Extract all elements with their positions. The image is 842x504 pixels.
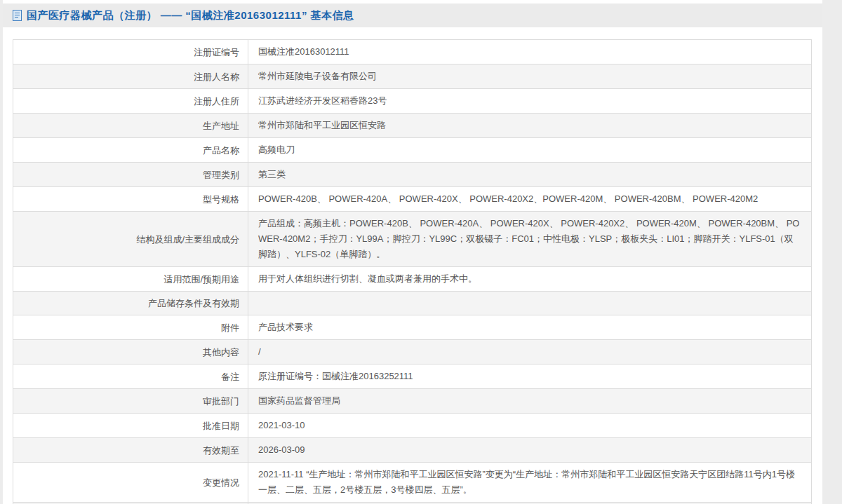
row-label: 适用范围/预期用途 [13,267,248,292]
info-table-body: 注册证编号国械注准20163012111注册人名称常州市延陵电子设备有限公司注册… [13,40,812,504]
content-panel: 国产医疗器械产品（注册） —— “国械注准20163012111” 基本信息 注… [3,0,822,504]
row-label: 附件 [13,315,248,340]
table-row: 注册证编号国械注准20163012111 [13,40,812,64]
table-row: 型号规格POWER-420B、 POWER-420A、 POWER-420X、 … [13,187,812,212]
table-row: 生产地址常州市郑陆和平工业园区恒安路 [13,114,812,138]
page-header: 国产医疗器械产品（注册） —— “国械注准20163012111” 基本信息 [3,4,822,27]
table-row: 注册人名称常州市延陵电子设备有限公司 [13,64,812,89]
table-row: 适用范围/预期用途用于对人体组织进行切割、凝血或两者兼用的手术中。 [13,267,812,292]
table-row: 有效期至2026-03-09 [13,438,812,463]
row-value: 江苏武进经济开发区稻香路23号 [248,89,812,114]
row-value: 用于对人体组织进行切割、凝血或两者兼用的手术中。 [248,267,812,292]
table-row: 批准日期2021-03-10 [13,414,812,438]
row-label: 其他内容 [13,340,248,365]
row-value: 高频电刀 [248,138,812,163]
table-row: 附件产品技术要求 [13,315,812,340]
row-value: / [248,340,812,365]
table-row: 产品名称高频电刀 [13,138,812,163]
page-title: 国产医疗器械产品（注册） —— “国械注准20163012111” 基本信息 [27,9,354,22]
row-value: 原注册证编号：国械注准20163252111 [248,365,812,389]
row-value: 2026-03-09 [248,438,812,463]
row-label: 有效期至 [13,438,248,463]
row-value: 常州市延陵电子设备有限公司 [248,64,812,89]
row-value: 2021-03-10 [248,414,812,438]
row-value: 产品技术要求 [248,315,812,340]
table-row: 变更情况2021-11-11 “生产地址：常州市郑陆和平工业园区恒安路”变更为“… [13,463,812,503]
row-label: 型号规格 [13,187,248,212]
info-table: 注册证编号国械注准20163012111注册人名称常州市延陵电子设备有限公司注册… [13,39,812,504]
row-value: 国家药品监督管理局 [248,389,812,414]
row-value: 常州市郑陆和平工业园区恒安路 [248,114,812,138]
row-label: 注册人名称 [13,64,248,89]
row-value: 国械注准20163012111 [248,40,812,64]
row-value: 产品组成：高频主机：POWER-420B、 POWER-420A、 POWER-… [248,212,812,267]
row-label: 备注 [13,365,248,389]
table-row: 审批部门国家药品监督管理局 [13,389,812,414]
row-label: 变更情况 [13,463,248,503]
row-label: 生产地址 [13,114,248,138]
row-value: 2021-11-11 “生产地址：常州市郑陆和平工业园区恒安路”变更为“生产地址… [248,463,812,503]
table-row: 备注原注册证编号：国械注准20163252111 [13,365,812,389]
row-label: 注册人住所 [13,89,248,114]
row-label: 产品储存条件及有效期 [13,292,248,315]
row-label: 审批部门 [13,389,248,414]
document-icon [13,10,22,21]
table-row: 管理类别第三类 [13,163,812,187]
row-value: 第三类 [248,163,812,187]
row-label: 结构及组成/主要组成成分 [13,212,248,267]
table-row: 注册人住所江苏武进经济开发区稻香路23号 [13,89,812,114]
row-value [248,292,812,315]
row-label: 注册证编号 [13,40,248,64]
row-value: POWER-420B、 POWER-420A、 POWER-420X、 POWE… [248,187,812,212]
row-label: 产品名称 [13,138,248,163]
table-row: 结构及组成/主要组成成分产品组成：高频主机：POWER-420B、 POWER-… [13,212,812,267]
table-row: 其他内容/ [13,340,812,365]
row-label: 批准日期 [13,414,248,438]
table-row: 产品储存条件及有效期 [13,292,812,315]
row-label: 管理类别 [13,163,248,187]
